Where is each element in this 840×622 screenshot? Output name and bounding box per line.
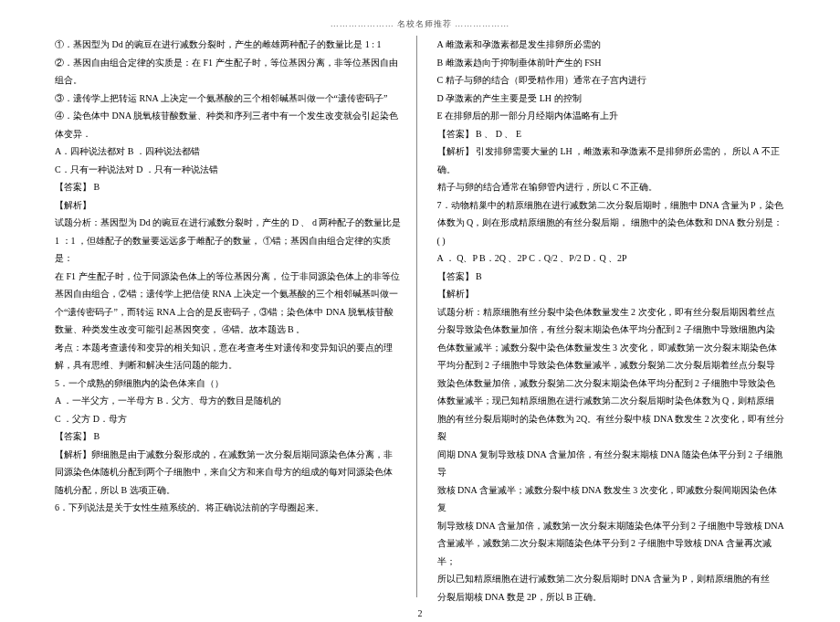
- text-line: 精子与卵的结合通常在输卵管内进行，所以 C 不正确。: [437, 178, 786, 196]
- option-line: A 雌激素和孕激素都是发生排卵所必需的: [437, 36, 786, 54]
- text-line: 同源染色体随机分配到两个子细胞中，来自父方和来自母方的组成的每对同源染色体: [55, 463, 404, 481]
- text-line: 色体数量减半；减数分裂中染色体数量发生 3 次变化， 即减数第一次分裂末期染色体: [437, 339, 786, 357]
- text-line: 胞的有丝分裂后期时的染色体数为 2Q。有丝分裂中核 DNA 数发生 2 次变化，…: [437, 410, 786, 446]
- text-line: 解，具有思维、判断和解决生活问题的能力。: [55, 356, 404, 374]
- left-column: ①．基因型为 Dd 的豌豆在进行减数分裂时，产生的雌雄两种配子的数量比是 1 :…: [55, 36, 417, 597]
- option-line: B 雌激素趋向于抑制垂体前叶产生的 FSH: [437, 54, 786, 72]
- text-line: ④．染色体中 DNA 脱氧核苷酸数量、种类和序列三者中有一个发生改变就会引起染色: [55, 107, 404, 125]
- text-line: 随机分配，所以 B 选项正确。: [55, 481, 404, 500]
- text-line: 基因自由组合，②错；遗传学上把信使 RNA 上决定一个氨基酸的三个相邻碱基叫做一: [55, 285, 404, 303]
- text-line: 考点：本题考查遗传和变异的相关知识，意在考查考生对遗传和变异知识的要点的理: [55, 339, 404, 357]
- option-line: A ． Q、P B．2Q 、2P C．Q/2 、P/2 D．Q 、2P: [437, 249, 786, 268]
- option-line: C 精子与卵的结合（即受精作用）通常在子宫内进行: [437, 71, 786, 90]
- answer-label: 【答案】 B: [55, 427, 404, 446]
- text-line: 制导致核 DNA 含量加倍，减数第一次分裂末期随染色体平分到 2 子细胞中导致核…: [437, 517, 786, 535]
- text-line: 组合。: [55, 71, 404, 90]
- text-line: 【解析】卵细胞是由于减数分裂形成的，在减数第一次分裂后期同源染色体分离，非: [55, 446, 404, 464]
- answer-label: 【答案】 B: [437, 268, 786, 286]
- text-line: 含量减半，减数第二次分裂末期随染色体平分到 2 子细胞中导致核 DNA 含量再次…: [437, 534, 786, 570]
- text-line: 个“遗传密码子”，而转运 RNA 上合的是反密码子，③错；染色体中 DNA 脱氧…: [55, 303, 404, 322]
- text-line: 数量、种类发生改变可能引起基因突变， ④错。故本题选 B 。: [55, 321, 404, 339]
- question-line: 5．一个成熟的卵细胞内的染色体来自（）: [55, 374, 404, 393]
- text-line: 间期 DNA 复制导致核 DNA 含量加倍，有丝分裂末期核 DNA 随染色体平分…: [437, 446, 786, 481]
- text-line: 试题分析：基因型为 Dd 的豌豆在进行减数分裂时，产生的 D 、 d 两种配子的…: [55, 214, 404, 232]
- text-line: 体变异．: [55, 125, 404, 143]
- text-line: 体数量减半；现已知精原细胞在进行减数第二次分裂后期时染色体数为 Q，则精原细: [437, 392, 786, 410]
- analysis-label: 【解析】: [437, 285, 786, 303]
- text-line: 【解析】 引发排卵需要大量的 LH ，雌激素和孕激素不是排卵所必需的， 所以 A…: [437, 142, 786, 178]
- text-line: 在 F1 产生配子时，位于同源染色体上的等位基因分离， 位于非同源染色体上的非等…: [55, 268, 404, 286]
- option-line: E 在排卵后的那一部分月经期内体温略有上升: [437, 107, 786, 125]
- text-line: 致染色体数量加倍，减数分裂第二次分裂末期染色体平均分配到 2 子细胞中导致染色: [437, 374, 786, 393]
- question-line: 6．下列说法是关于女性生殖系统的。将正确说法前的字母圈起来。: [55, 499, 404, 517]
- option-line: D 孕激素的产生主要是受 LH 的控制: [437, 90, 786, 108]
- option-line: C．只有一种说法对 D ．只有一种说法错: [55, 161, 404, 179]
- option-line: A ．一半父方，一半母方 B．父方、母方的数目是随机的: [55, 392, 404, 410]
- option-line: A．四种说法都对 B ．四种说法都错: [55, 142, 404, 161]
- text-line: 分裂后期核 DNA 数是 2P，所以 B 正确。: [437, 588, 786, 606]
- answer-label: 【答案】 B 、 D 、 E: [437, 125, 786, 143]
- text-line: 1 ：1 ，但雄配子的数量要远远多于雌配子的数量， ①错；基因自由组合定律的实质…: [55, 232, 404, 268]
- text-line: 试题分析：精原细胞有丝分裂中染色体数量发生 2 次变化，即有丝分裂后期因着丝点: [437, 303, 786, 322]
- document-page: ………………… 名校名师推荐 ……………… ①．基因型为 Dd 的豌豆在进行减数…: [0, 0, 840, 622]
- column-container: ①．基因型为 Dd 的豌豆在进行减数分裂时，产生的雌雄两种配子的数量比是 1 :…: [55, 36, 785, 597]
- question-line: 7．动物精巢中的精原细胞在进行减数第二次分裂后期时，细胞中 DNA 含量为 P，…: [437, 196, 786, 215]
- page-header: ………………… 名校名师推荐 ………………: [55, 18, 785, 30]
- page-number: 2: [418, 608, 423, 618]
- text-line: 所以已知精原细胞在进行减数第二次分裂后期时 DNA 含量为 P，则精原细胞的有丝: [437, 570, 786, 588]
- text-line: 致核 DNA 含量减半；减数分裂中核 DNA 数发生 3 次变化，即减数分裂间期…: [437, 481, 786, 517]
- answer-label: 【答案】 B: [55, 178, 404, 196]
- text-line: ②．基因自由组合定律的实质是：在 F1 产生配子时，等位基因分离，非等位基因自由: [55, 54, 404, 72]
- text-line: 体数为 Q，则在形成精原细胞的有丝分裂后期， 细胞中的染色体数和 DNA 数分别…: [437, 214, 786, 249]
- option-line: C ．父方 D．母方: [55, 410, 404, 428]
- text-line: 平均分配到 2 子细胞中导致染色体数量减半，减数分裂第二次分裂后期着丝点分裂导: [437, 356, 786, 374]
- text-line: ①．基因型为 Dd 的豌豆在进行减数分裂时，产生的雌雄两种配子的数量比是 1 :…: [55, 36, 404, 54]
- text-line: 分裂导致染色体数量加倍，有丝分裂末期染色体平均分配到 2 子细胞中导致细胞内染: [437, 321, 786, 339]
- text-line: ③．遗传学上把转运 RNA 上决定一个氨基酸的三个相邻碱基叫做一个“遗传密码子”: [55, 90, 404, 108]
- right-column: A 雌激素和孕激素都是发生排卵所必需的 B 雌激素趋向于抑制垂体前叶产生的 FS…: [434, 36, 786, 597]
- analysis-label: 【解析】: [55, 196, 404, 215]
